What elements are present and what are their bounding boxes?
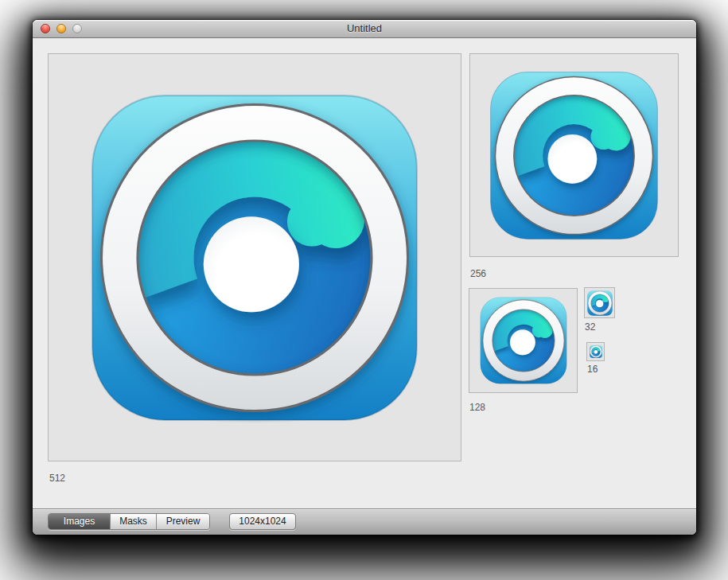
window-title: Untitled [33, 20, 696, 37]
size-label-16: 16 [587, 364, 598, 375]
close-button[interactable] [41, 24, 50, 33]
zoom-button [72, 24, 82, 33]
screenshot-canvas: Untitled 512 256 128 [0, 0, 728, 580]
size-label-128: 128 [469, 402, 485, 413]
minimize-button[interactable] [56, 24, 66, 33]
preview-slot-128[interactable] [469, 288, 578, 393]
title-bar[interactable]: Untitled [33, 20, 696, 38]
preview-slot-512[interactable] [48, 53, 461, 461]
app-window: Untitled 512 256 128 [33, 20, 696, 535]
preview-slot-32[interactable] [584, 287, 615, 318]
tab-images[interactable]: Images [49, 514, 111, 529]
preview-slot-16[interactable] [586, 342, 605, 361]
size-label-256: 256 [470, 268, 486, 279]
size-label-512: 512 [49, 473, 65, 484]
app-icon-preview-16 [590, 345, 602, 358]
icon-canvas-area: 512 256 128 32 [33, 38, 696, 508]
app-icon-preview-128 [480, 297, 567, 384]
size-label-32: 32 [585, 321, 595, 333]
app-icon-preview-512 [90, 93, 419, 422]
bottom-toolbar: Images Masks Preview 1024x1024 [33, 508, 696, 535]
tab-preview[interactable]: Preview [157, 514, 209, 529]
app-icon-preview-32 [587, 290, 613, 316]
size-1024-button[interactable]: 1024x1024 [229, 513, 296, 530]
preview-slot-256[interactable] [469, 53, 679, 257]
tab-masks[interactable]: Masks [111, 514, 157, 529]
view-mode-segmented-control: Images Masks Preview [48, 513, 210, 530]
app-icon-preview-256 [489, 71, 659, 240]
